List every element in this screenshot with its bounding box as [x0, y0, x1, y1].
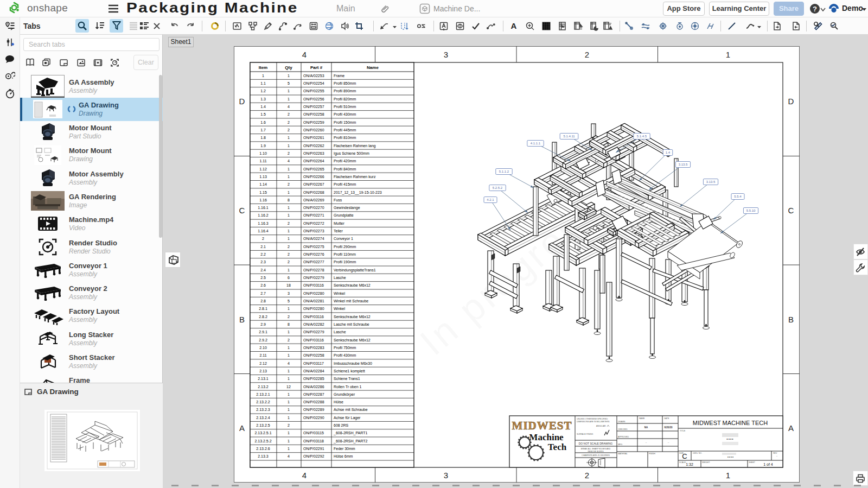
svg-text:****: ****: [726, 438, 733, 441]
svg-text:ON/P/03116: ON/P/03116: [303, 338, 324, 342]
svg-text:ON/P/02260: ON/P/02260: [303, 128, 324, 132]
svg-text:3.13.5: 3.13.5: [706, 180, 716, 183]
svg-text:2.13.2: 2.13.2: [258, 385, 269, 389]
svg-text:Profil 840mm: Profil 840mm: [334, 167, 356, 171]
svg-text:1: 1: [288, 369, 290, 373]
svg-text:4.1.1.1: 4.1.1.1: [531, 142, 541, 145]
svg-text:4: 4: [288, 159, 290, 163]
svg-text:1.9: 1.9: [260, 144, 266, 148]
svg-text:DWG. NO.: DWG. NO.: [693, 452, 702, 454]
svg-text:Grundkörper: Grundkörper: [334, 392, 355, 397]
svg-text:2.13.2.5.1: 2.13.2.5.1: [254, 431, 271, 435]
svg-text:2017_12_13__19-15-10-223: 2017_12_13__19-15-10-223: [334, 191, 382, 195]
svg-text:1: 1: [288, 144, 290, 148]
svg-text:Qty: Qty: [285, 65, 292, 70]
svg-text:1: 1: [288, 74, 290, 78]
svg-text:ON/P/02259: ON/P/02259: [303, 121, 324, 124]
svg-text:1: 1: [288, 167, 290, 171]
svg-text:1.7: 1.7: [260, 128, 266, 132]
svg-text:DRAWN: DRAWN: [618, 421, 626, 423]
svg-text:ON/P/02289: ON/P/02289: [303, 408, 324, 411]
svg-text:2: 2: [288, 182, 290, 186]
svg-text:ON/P/02258: ON/P/02258: [303, 112, 324, 116]
svg-text:ON/A/02269: ON/A/02269: [303, 198, 324, 202]
svg-text:1: 1: [288, 206, 290, 210]
svg-text:Feder 30mm: Feder 30mm: [334, 447, 355, 451]
svg-text:Profil 415mm: Profil 415mm: [334, 182, 356, 186]
svg-text:1: 1: [288, 400, 290, 404]
svg-text:1.15: 1.15: [259, 191, 267, 194]
svg-text:1.11: 1.11: [259, 159, 266, 163]
svg-text:SCALE:: SCALE:: [679, 461, 686, 464]
svg-text:ON/P/02280: ON/P/02280: [303, 291, 324, 295]
svg-text:D: D: [239, 97, 245, 106]
svg-text:1: 1: [288, 175, 290, 179]
svg-text:4: 4: [302, 50, 307, 59]
svg-text:5.2.5.2: 5.2.5.2: [493, 186, 503, 189]
svg-text:1: 1: [288, 330, 290, 334]
svg-text:Profil 150mm: Profil 150mm: [334, 121, 356, 124]
svg-text:2.9.1: 2.9.1: [259, 330, 267, 334]
svg-text:Schiene Trans1: Schiene Trans1: [334, 377, 360, 381]
svg-text:ON/P/02263: ON/P/02263: [303, 151, 324, 155]
svg-text:2.10: 2.10: [259, 346, 267, 350]
svg-text:1: 1: [288, 191, 290, 194]
svg-text:Mutter: Mutter: [334, 221, 345, 225]
svg-text:ON/P/02287: ON/P/02287: [303, 392, 324, 396]
svg-text:2.7: 2.7: [260, 291, 266, 295]
svg-text:Winkel: Winkel: [334, 291, 345, 295]
svg-text:2.13.2.5.2: 2.13.2.5.2: [254, 439, 271, 443]
svg-text:C: C: [682, 452, 687, 460]
svg-text:SHEET: SHEET: [749, 461, 756, 464]
svg-text:Hülse 6mm: Hülse 6mm: [334, 454, 353, 458]
svg-text:1.16: 1.16: [259, 198, 267, 202]
svg-text:MIDWEST MACHINE TECH: MIDWEST MACHINE TECH: [693, 420, 768, 426]
svg-text:****: ****: [727, 456, 734, 459]
svg-text:ON/P/03116: ON/P/03116: [303, 283, 324, 287]
svg-text:1: 1: [726, 50, 730, 59]
svg-text:ON/P/02276: ON/P/02276: [303, 252, 324, 256]
svg-text:1.2: 1.2: [260, 89, 266, 93]
svg-text:Winkel mit Schraube: Winkel mit Schraube: [334, 299, 368, 303]
svg-text:2.13.2.5: 2.13.2.5: [256, 423, 270, 427]
svg-text:C: C: [788, 206, 794, 215]
svg-text:8: 8: [288, 198, 290, 202]
svg-text:ON/A/02281: ON/A/02281: [303, 299, 324, 303]
svg-text:2.9: 2.9: [260, 322, 266, 326]
svg-text:2.13.2.4: 2.13.2.4: [256, 416, 270, 420]
svg-text:ON/A/02282: ON/A/02282: [303, 322, 324, 326]
svg-text:5.5.4: 5.5.4: [734, 195, 742, 198]
svg-text:4: 4: [288, 454, 290, 458]
svg-text:Lasche: Lasche: [334, 330, 346, 334]
svg-text:A: A: [788, 423, 794, 433]
svg-text:1: 1: [288, 229, 290, 233]
svg-text:4.2.1: 4.2.1: [487, 198, 494, 201]
svg-text:Frame: Frame: [334, 74, 344, 78]
svg-text:2.2: 2.2: [260, 252, 266, 256]
svg-text:D: D: [788, 97, 794, 106]
svg-text:3: 3: [444, 471, 448, 480]
svg-text:UNLESS OTHERWISE SPECIFIED:: UNLESS OTHERWISE SPECIFIED:: [577, 418, 608, 420]
svg-text:DIMENSIONS ARE IN MILLIMETERS: DIMENSIONS ARE IN MILLIMETERS: [577, 421, 610, 423]
svg-text:1: 1: [262, 74, 264, 78]
svg-text:ON/P/03117: ON/P/03117: [303, 362, 324, 365]
svg-text:WEIGHT:: WEIGHT:: [702, 461, 710, 464]
svg-text:1: 1: [288, 447, 290, 451]
svg-text:5: 5: [288, 299, 290, 303]
svg-text:1: 1: [288, 346, 290, 350]
svg-text:Senkschraube M6x12: Senkschraube M6x12: [334, 283, 371, 287]
svg-text:2.13.2.1: 2.13.2.1: [256, 392, 270, 396]
svg-text:ON/P/02268: ON/P/02268: [303, 191, 324, 194]
svg-text:2.6: 2.6: [260, 283, 266, 287]
svg-text:ON/P/02291: ON/P/02291: [303, 447, 324, 451]
svg-text:1: 1: [288, 307, 290, 310]
svg-text:Conveyor 1: Conveyor 1: [334, 237, 353, 241]
svg-text:1.3: 1.3: [260, 97, 266, 101]
svg-text:1: 1: [288, 97, 290, 101]
svg-text:Rollen Tr oben 1: Rollen Tr oben 1: [334, 385, 361, 389]
svg-text:1.4: 1.4: [260, 105, 266, 109]
svg-text:6: 6: [288, 276, 290, 280]
svg-text:5.1.4.11: 5.1.4.11: [563, 135, 575, 138]
svg-text:ON/P/03115: ON/P/03115: [303, 431, 324, 435]
svg-text:ON/P/02290: ON/P/02290: [303, 416, 324, 420]
